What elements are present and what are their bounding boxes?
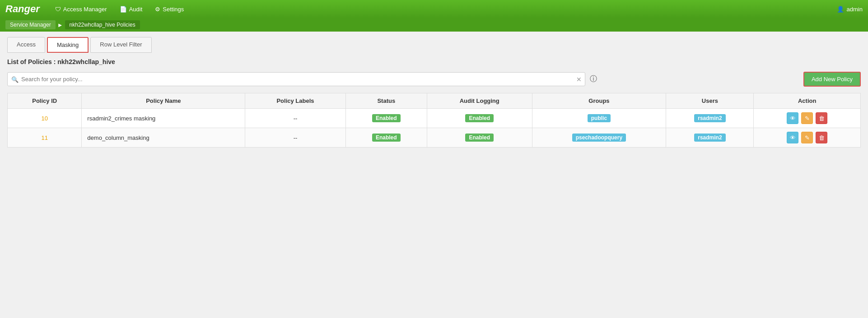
delete-button-1[interactable]: 🗑 — [816, 132, 827, 143]
delete-button-0[interactable]: 🗑 — [816, 112, 827, 124]
search-row: 🔍 ✕ ⓘ Add New Policy — [7, 72, 861, 87]
cell-audit-0: Enabled — [427, 109, 532, 128]
col-audit-logging: Audit Logging — [427, 93, 532, 109]
search-icon: 🔍 — [11, 76, 19, 83]
policy-table: Policy ID Policy Name Policy Labels Stat… — [7, 93, 861, 147]
cell-action-0: 👁 ✎ 🗑 — [754, 109, 861, 128]
file-icon: 📄 — [120, 6, 127, 13]
cell-users-1: rsadmin2 — [666, 128, 754, 147]
nav-access-manager[interactable]: 🛡 Access Manager — [49, 0, 113, 18]
cell-policy-id-0: 10 — [8, 109, 82, 128]
cell-policy-name-1: demo_column_masking — [82, 128, 245, 147]
policy-id-value-1: 11 — [41, 134, 47, 141]
nav-audit[interactable]: 📄 Audit — [113, 0, 149, 18]
status-badge-1: Enabled — [372, 134, 401, 142]
user-badge-1: rsadmin2 — [694, 134, 725, 142]
group-badge-0: public — [588, 114, 611, 122]
user-icon: 👤 — [837, 6, 844, 13]
table-header-row: Policy ID Policy Name Policy Labels Stat… — [8, 93, 861, 109]
action-icons-1: 👁 ✎ 🗑 — [759, 132, 855, 143]
table-row: 11 demo_column_masking -- Enabled Enable… — [8, 128, 861, 147]
audit-badge-1: Enabled — [465, 134, 494, 142]
shield-icon: 🛡 — [55, 6, 61, 13]
nav-access-manager-label: Access Manager — [63, 6, 107, 13]
cell-action-1: 👁 ✎ 🗑 — [754, 128, 861, 147]
page-title: List of Policies : nkh22whcllap_hive — [7, 58, 861, 65]
policy-id-value-0: 10 — [41, 115, 47, 122]
tab-access[interactable]: Access — [7, 37, 45, 53]
view-button-0[interactable]: 👁 — [787, 112, 798, 124]
edit-button-0[interactable]: ✎ — [801, 112, 813, 124]
search-input[interactable] — [7, 72, 585, 86]
status-badge-0: Enabled — [372, 114, 401, 122]
table-row: 10 rsadmin2_crimes masking -- Enabled En… — [8, 109, 861, 128]
admin-area: 👤 admin — [837, 6, 863, 13]
add-new-policy-button[interactable]: Add New Policy — [803, 72, 861, 87]
action-icons-0: 👁 ✎ 🗑 — [759, 112, 855, 124]
nav-audit-label: Audit — [129, 6, 143, 13]
nav-settings-label: Settings — [163, 6, 184, 13]
col-action: Action — [754, 93, 861, 109]
info-icon[interactable]: ⓘ — [590, 74, 597, 84]
cell-status-1: Enabled — [345, 128, 427, 147]
admin-label: admin — [847, 6, 863, 13]
cell-policy-name-0: rsadmin2_crimes masking — [82, 109, 245, 128]
tab-row-level-filter[interactable]: Row Level Filter — [90, 37, 151, 53]
group-badge-1: psechadoopquery — [572, 134, 626, 142]
cell-audit-1: Enabled — [427, 128, 532, 147]
gear-icon: ⚙ — [155, 6, 160, 13]
user-badge-0: rsadmin2 — [694, 114, 725, 122]
app-logo: Ranger — [5, 3, 40, 15]
col-policy-id: Policy ID — [8, 93, 82, 109]
nav-settings[interactable]: ⚙ Settings — [149, 0, 190, 18]
cell-groups-1: psechadoopquery — [532, 128, 666, 147]
breadcrumb-separator: ► — [57, 22, 63, 28]
col-users: Users — [666, 93, 754, 109]
col-status: Status — [345, 93, 427, 109]
search-clear-icon[interactable]: ✕ — [576, 76, 582, 83]
page-content: Access Masking Row Level Filter List of … — [0, 32, 868, 153]
search-wrapper: 🔍 ✕ — [7, 72, 585, 86]
edit-button-1[interactable]: ✎ — [801, 132, 813, 143]
audit-badge-0: Enabled — [465, 114, 494, 122]
breadcrumb-policies[interactable]: nkh22whcllap_hive Policies — [65, 20, 140, 29]
col-policy-labels: Policy Labels — [245, 93, 345, 109]
cell-users-0: rsadmin2 — [666, 109, 754, 128]
nav-items: 🛡 Access Manager 📄 Audit ⚙ Settings — [49, 0, 837, 18]
cell-policy-id-1: 11 — [8, 128, 82, 147]
tab-masking[interactable]: Masking — [47, 37, 89, 53]
cell-groups-0: public — [532, 109, 666, 128]
view-button-1[interactable]: 👁 — [787, 132, 798, 143]
breadcrumb-bar: Service Manager ► nkh22whcllap_hive Poli… — [0, 18, 868, 32]
col-policy-name: Policy Name — [82, 93, 245, 109]
cell-policy-labels-0: -- — [245, 109, 345, 128]
cell-policy-labels-1: -- — [245, 128, 345, 147]
col-groups: Groups — [532, 93, 666, 109]
top-navigation: Ranger 🛡 Access Manager 📄 Audit ⚙ Settin… — [0, 0, 868, 18]
cell-status-0: Enabled — [345, 109, 427, 128]
tab-bar: Access Masking Row Level Filter — [7, 37, 861, 53]
breadcrumb-service-manager[interactable]: Service Manager — [5, 20, 56, 29]
